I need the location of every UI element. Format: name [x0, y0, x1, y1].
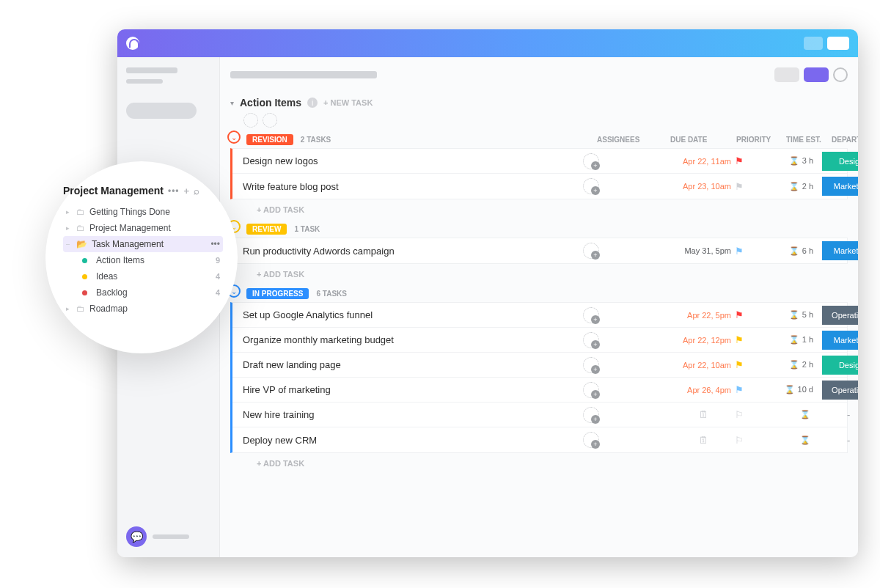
task-title: New hire training — [232, 409, 570, 420]
calendar-icon[interactable]: 🗓 — [699, 409, 708, 420]
time-est[interactable]: 1 h — [777, 335, 813, 345]
folder-item[interactable]: ▸🗀Project Management — [63, 220, 223, 236]
col-header-due[interactable]: DUE DATE — [670, 136, 707, 144]
due-date[interactable]: Apr 22, 5pm — [658, 311, 731, 320]
department-badge[interactable]: Marketing — [822, 241, 858, 260]
department-badge[interactable]: Marketing — [822, 331, 858, 350]
task-count: 6 TASKS — [316, 290, 347, 298]
status-chip[interactable]: REVISION — [246, 134, 293, 145]
priority-flag-icon[interactable]: ⚑ — [735, 309, 744, 320]
filter-add-icon[interactable] — [263, 113, 277, 128]
folder-icon: 🗀 — [76, 223, 85, 233]
add-task-button[interactable]: + ADD TASK — [230, 264, 848, 279]
task-row[interactable]: Set up Google Analytics funnelApr 22, 5p… — [232, 303, 847, 328]
task-count: 2 TASKS — [301, 136, 331, 144]
view-toggle-b[interactable] — [804, 67, 829, 82]
caret-icon[interactable]: ▸ — [66, 208, 72, 216]
priority-flag-icon[interactable]: ⚑ — [735, 246, 744, 257]
chat-icon[interactable]: 💬 — [126, 526, 147, 547]
assignee-add-icon[interactable] — [583, 307, 599, 323]
assignee-add-icon[interactable] — [583, 432, 599, 448]
calendar-icon[interactable]: 🗓 — [699, 435, 708, 446]
caret-icon[interactable]: ▸ — [66, 224, 72, 232]
search-icon[interactable]: ⌕ — [194, 185, 199, 196]
due-date[interactable]: Apr 22, 10am — [658, 361, 731, 370]
assignee-add-icon[interactable] — [583, 178, 599, 194]
priority-flag-icon[interactable]: ⚑ — [735, 155, 744, 166]
collapse-icon[interactable]: ▾ — [230, 99, 234, 107]
list-item[interactable]: Action Items9 — [63, 252, 223, 268]
assignee-add-icon[interactable] — [583, 332, 599, 348]
assignee-add-icon[interactable] — [583, 407, 599, 423]
priority-flag-icon[interactable]: ⚐ — [735, 435, 744, 446]
task-row[interactable]: Run productivity Adwords campaignMay 31,… — [232, 238, 847, 263]
col-header-time[interactable]: TIME EST. — [786, 136, 821, 144]
task-row[interactable]: Draft new landing pageApr 22, 10am⚑2 hDe… — [232, 353, 847, 378]
more-icon[interactable]: ••• — [210, 239, 220, 249]
due-date[interactable]: Apr 26, 4pm — [658, 386, 731, 394]
due-date[interactable]: Apr 22, 11am — [658, 157, 731, 166]
task-row[interactable]: Write feature blog postApr 23, 10am⚑2 hM… — [232, 174, 847, 199]
folder-item[interactable]: ▸🗀Roadmap — [63, 301, 223, 317]
due-date[interactable]: May 31, 5pm — [658, 246, 731, 255]
caret-icon[interactable]: ▸ — [66, 305, 72, 312]
time-est[interactable]: 10 d — [777, 385, 813, 394]
assignee-add-icon[interactable] — [583, 357, 599, 373]
department-badge[interactable]: Design — [822, 152, 858, 171]
department-badge[interactable]: Operations — [822, 306, 858, 325]
list-item[interactable]: Backlog4 — [63, 284, 223, 301]
time-est[interactable] — [777, 410, 813, 419]
task-row[interactable]: Organize monthly marketing budgetApr 22,… — [232, 328, 847, 353]
info-icon[interactable]: i — [307, 98, 318, 108]
col-header-dept[interactable]: DEPARTM... — [832, 136, 858, 144]
task-row[interactable]: Deploy new CRM🗓⚐-0% — [232, 427, 847, 452]
time-est[interactable]: 2 h — [777, 182, 813, 191]
task-title: Organize monthly marketing budget — [232, 334, 570, 345]
titlebar-control-a[interactable] — [804, 37, 823, 50]
time-est[interactable]: 5 h — [777, 310, 813, 320]
toolbar — [230, 57, 848, 92]
assignee-add-icon[interactable] — [583, 153, 599, 169]
folder-item[interactable]: –📂Task Management••• — [63, 236, 223, 252]
more-icon[interactable]: ••• — [168, 185, 180, 196]
department-badge[interactable]: Design — [822, 356, 858, 375]
popup-title: Project Management — [63, 185, 164, 196]
list-item[interactable]: Ideas4 — [63, 268, 223, 284]
assignee-add-icon[interactable] — [583, 382, 599, 398]
status-chip[interactable]: REVIEW — [246, 224, 287, 235]
task-row[interactable]: New hire training🗓⚐-0% — [232, 403, 847, 427]
folder-item[interactable]: ▸🗀Getting Things Done — [63, 204, 223, 220]
task-row[interactable]: Design new logosApr 22, 11am⚑3 hDesign0% — [232, 149, 847, 174]
due-date[interactable]: Apr 22, 12pm — [658, 336, 731, 345]
priority-flag-icon[interactable]: ⚑ — [735, 181, 744, 192]
time-est[interactable] — [777, 436, 813, 445]
task-count: 1 TASK — [294, 225, 320, 233]
time-est[interactable]: 2 h — [777, 360, 813, 370]
priority-flag-icon[interactable]: ⚑ — [735, 384, 744, 395]
filter-assignee-icon[interactable] — [243, 113, 258, 128]
department-badge[interactable]: Operations — [822, 381, 858, 400]
gear-icon[interactable] — [833, 67, 848, 82]
status-chip[interactable]: IN PROGRESS — [246, 288, 309, 299]
section-header: ▾ Action Items i + NEW TASK — [230, 92, 848, 113]
caret-icon[interactable]: – — [66, 240, 72, 248]
add-task-button[interactable]: + ADD TASK — [230, 199, 848, 214]
priority-flag-icon[interactable]: ⚑ — [735, 334, 744, 345]
add-task-button[interactable]: + ADD TASK — [230, 453, 848, 468]
assignee-add-icon[interactable] — [583, 243, 599, 259]
col-header-assignees[interactable]: ASSIGNEES — [597, 136, 639, 144]
time-est[interactable]: 6 h — [777, 246, 813, 256]
task-row[interactable]: Hire VP of marketingApr 26, 4pm⚑10 dOper… — [232, 378, 847, 403]
sidebar-search-placeholder[interactable] — [126, 103, 197, 119]
titlebar-control-b[interactable] — [827, 37, 849, 50]
time-est[interactable]: 3 h — [777, 156, 813, 166]
new-task-button[interactable]: + NEW TASK — [323, 98, 373, 107]
department-badge[interactable]: Marketing — [822, 177, 858, 196]
due-date[interactable]: Apr 23, 10am — [658, 182, 731, 191]
view-toggle-a[interactable] — [774, 67, 799, 82]
add-icon[interactable]: + — [184, 185, 190, 196]
folder-icon: 🗀 — [76, 304, 85, 314]
col-header-priority[interactable]: PRIORITY — [736, 136, 771, 144]
priority-flag-icon[interactable]: ⚐ — [735, 409, 744, 420]
priority-flag-icon[interactable]: ⚑ — [735, 359, 744, 370]
